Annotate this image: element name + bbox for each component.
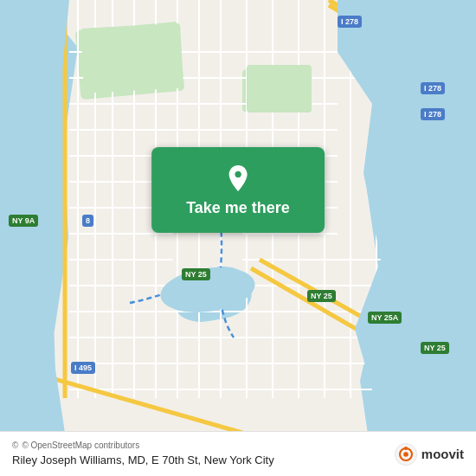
location-pin-icon <box>222 163 254 194</box>
svg-rect-46 <box>247 65 312 113</box>
shield-ny25-right: NY 25 <box>307 290 336 302</box>
shield-i278-right2: I 278 <box>421 108 445 120</box>
svg-point-50 <box>404 446 408 449</box>
shield-ny25a: NY 25A <box>368 312 402 324</box>
take-me-there-button[interactable]: Take me there <box>151 147 325 233</box>
copyright-symbol: © <box>12 441 18 450</box>
attribution-row: © © OpenStreetMap contributors <box>12 441 274 450</box>
moovit-text-label: moovit <box>421 447 464 461</box>
cta-label: Take me there <box>186 199 290 217</box>
shield-ny8: 8 <box>82 215 93 227</box>
map-container: I 278 I 278 I 278 NY 9A NY 25 NY 25 NY 2… <box>0 0 476 476</box>
shield-i495: I 495 <box>71 362 95 374</box>
svg-marker-42 <box>0 0 69 476</box>
location-label: Riley Joseph Williams, MD, E 70th St, Ne… <box>12 453 274 466</box>
map-svg <box>0 0 476 476</box>
svg-rect-45 <box>80 23 183 93</box>
shield-ny25-center: NY 25 <box>182 268 210 280</box>
moovit-icon <box>394 442 418 466</box>
location-row: Riley Joseph Williams, MD, E 70th St, Ne… <box>12 452 274 467</box>
shield-i278-right1: I 278 <box>421 82 445 94</box>
moovit-logo: moovit <box>394 442 464 466</box>
bottom-bar: © © OpenStreetMap contributors Riley Jos… <box>0 431 476 476</box>
shield-ny25-far: NY 25 <box>421 342 449 354</box>
shield-i278-top: I 278 <box>338 16 362 28</box>
shield-ny9a: NY 9A <box>9 215 38 227</box>
attribution-text: © OpenStreetMap contributors <box>22 441 139 450</box>
svg-point-49 <box>403 452 408 457</box>
svg-marker-43 <box>338 0 476 476</box>
